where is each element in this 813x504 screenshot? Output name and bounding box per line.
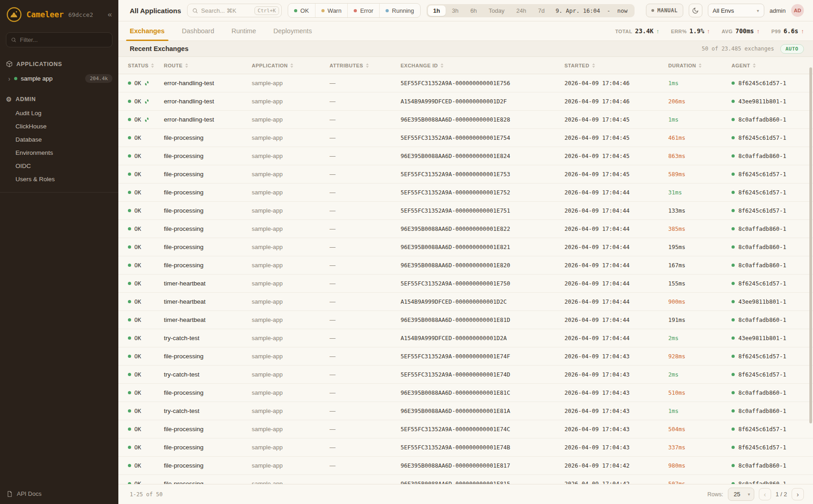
duration-cell: 507ms bbox=[668, 480, 732, 484]
tab-deployments[interactable]: Deployments bbox=[274, 21, 312, 41]
table-row[interactable]: OKfile-processingsample-app—5EF55FC31352… bbox=[118, 202, 813, 220]
tab-exchanges[interactable]: Exchanges bbox=[130, 21, 165, 41]
sidebar-item-database[interactable]: Database bbox=[0, 133, 118, 146]
table-row[interactable]: OKfile-processingsample-app—96E395B0088A… bbox=[118, 238, 813, 256]
column-header-attributes[interactable]: ATTRIBUTES bbox=[330, 63, 401, 68]
attributes-cell: — bbox=[330, 353, 401, 360]
chevron-right-icon[interactable]: › bbox=[8, 75, 10, 82]
duration-cell: 155ms bbox=[668, 280, 732, 287]
search-box[interactable]: Search... ⌘K Ctrl+K bbox=[187, 4, 282, 17]
next-page-button[interactable]: › bbox=[792, 488, 804, 500]
time-range-24h[interactable]: 24h bbox=[511, 5, 532, 16]
table-row[interactable]: OKfile-processingsample-app—96E395B0088A… bbox=[118, 384, 813, 402]
route-cell: file-processing bbox=[164, 444, 252, 451]
attributes-cell: — bbox=[330, 407, 401, 414]
tab-dashboard[interactable]: Dashboard bbox=[182, 21, 214, 41]
table-row[interactable]: OKtimer-heartbeatsample-app—A154B9A999DF… bbox=[118, 293, 813, 311]
time-range-7d[interactable]: 7d bbox=[533, 5, 550, 16]
status-filter-error[interactable]: Error bbox=[347, 4, 379, 17]
manual-refresh-button[interactable]: MANUAL bbox=[646, 4, 683, 17]
topbar-right-cluster: MANUAL All Envs ▾ admin AD bbox=[646, 4, 804, 17]
application-cell: sample-app bbox=[252, 80, 330, 87]
sidebar-item-sample-app[interactable]: › sample app 204.4k bbox=[0, 71, 118, 86]
table-row[interactable]: OKfile-processingsample-app—5EF55FC31352… bbox=[118, 165, 813, 183]
agent-name: 8c0affadb860-1 bbox=[738, 153, 786, 159]
status-filter-running[interactable]: Running bbox=[379, 4, 420, 17]
sidebar-item-audit-log[interactable]: Audit Log bbox=[0, 107, 118, 120]
status-filter-warn[interactable]: Warn bbox=[315, 4, 348, 17]
column-header-started[interactable]: STARTED bbox=[564, 63, 668, 68]
agent-name: 8c0affadb860-1 bbox=[738, 244, 786, 250]
column-header-route[interactable]: ROUTE bbox=[164, 63, 252, 68]
env-select[interactable]: All Envs ▾ bbox=[708, 4, 764, 17]
trend-up-icon: ↑ bbox=[757, 28, 759, 35]
table-row[interactable]: OKfile-processingsample-app—96E395B0088A… bbox=[118, 256, 813, 275]
scope-selector[interactable]: All Applications bbox=[130, 7, 181, 15]
table-row[interactable]: OKfile-processingsample-app—5EF55FC31352… bbox=[118, 183, 813, 202]
api-docs-link[interactable]: API Docs bbox=[0, 484, 118, 504]
table-row[interactable]: OKfile-processingsample-app—96E395B0088A… bbox=[118, 475, 813, 484]
column-header-duration[interactable]: DURATION bbox=[668, 63, 732, 68]
avatar[interactable]: AD bbox=[791, 4, 804, 17]
table-row[interactable]: OKfile-processingsample-app—5EF55FC31352… bbox=[118, 129, 813, 147]
tab-runtime[interactable]: Runtime bbox=[232, 21, 256, 41]
time-range-display[interactable]: 9. Apr. 16:04 - now bbox=[551, 7, 633, 14]
table-row[interactable]: OKtry-catch-testsample-app—96E395B0088AA… bbox=[118, 402, 813, 420]
column-header-exchange-id[interactable]: EXCHANGE ID bbox=[401, 63, 564, 68]
table-row[interactable]: OKerror-handling-testsample-app—96E395B0… bbox=[118, 111, 813, 129]
route-cell: file-processing bbox=[164, 426, 252, 433]
exchange-status-cell: OK bbox=[128, 98, 164, 105]
column-header-application[interactable]: APPLICATION bbox=[252, 63, 330, 68]
status-filter-dot-icon bbox=[321, 9, 325, 12]
dark-mode-toggle[interactable] bbox=[689, 4, 702, 17]
column-header-label: AGENT bbox=[732, 63, 750, 68]
table-row[interactable]: OKtry-catch-testsample-app—A154B9A999DFC… bbox=[118, 329, 813, 347]
attributes-cell: — bbox=[330, 98, 401, 105]
table-row[interactable]: OKfile-processingsample-app—5EF55FC31352… bbox=[118, 420, 813, 438]
prev-page-button[interactable]: ‹ bbox=[759, 488, 771, 500]
application-cell: sample-app bbox=[252, 371, 330, 378]
table-row[interactable]: OKfile-processingsample-app—96E395B0088A… bbox=[118, 220, 813, 238]
moon-icon bbox=[692, 7, 699, 14]
sort-icon bbox=[290, 63, 293, 68]
sidebar-item-users-roles[interactable]: Users & Roles bbox=[0, 173, 118, 186]
column-header-agent[interactable]: AGENT bbox=[732, 63, 813, 68]
status-label: OK bbox=[134, 153, 141, 159]
application-cell: sample-app bbox=[252, 134, 330, 141]
status-filter-ok[interactable]: OK bbox=[288, 4, 315, 17]
time-range-6h[interactable]: 6h bbox=[465, 5, 482, 16]
auto-refresh-badge[interactable]: AUTO bbox=[780, 44, 804, 54]
agent-cell: 8c0affadb860-1 bbox=[732, 244, 813, 250]
filter-input[interactable] bbox=[20, 36, 107, 43]
sidebar-collapse-icon[interactable]: « bbox=[108, 10, 112, 19]
stat-value: 700ms bbox=[736, 27, 754, 35]
sidebar-divider bbox=[0, 192, 118, 193]
time-range-today[interactable]: Today bbox=[483, 5, 510, 16]
time-range-3h[interactable]: 3h bbox=[447, 5, 464, 16]
sidebar-item-clickhouse[interactable]: ClickHouse bbox=[0, 120, 118, 133]
duration-cell: 863ms bbox=[668, 153, 732, 159]
stat-value: 1.9% bbox=[690, 27, 705, 35]
column-header-status[interactable]: STATUS bbox=[128, 63, 164, 68]
manual-label: MANUAL bbox=[657, 7, 678, 14]
table-row[interactable]: OKfile-processingsample-app—96E395B0088A… bbox=[118, 457, 813, 475]
application-cell: sample-app bbox=[252, 244, 330, 250]
time-range-1h[interactable]: 1h bbox=[428, 5, 446, 16]
agent-cell: 8c0affadb860-1 bbox=[732, 116, 813, 123]
vertical-scrollbar[interactable] bbox=[809, 67, 812, 423]
table-row[interactable]: OKerror-handling-testsample-app—A154B9A9… bbox=[118, 92, 813, 111]
table-row[interactable]: OKtimer-heartbeatsample-app—5EF55FC31352… bbox=[118, 275, 813, 293]
attributes-cell: — bbox=[330, 244, 401, 250]
table-row[interactable]: OKerror-handling-testsample-app—5EF55FC3… bbox=[118, 74, 813, 92]
table-row[interactable]: OKtimer-heartbeatsample-app—96E395B0088A… bbox=[118, 311, 813, 329]
table-row[interactable]: OKfile-processingsample-app—5EF55FC31352… bbox=[118, 347, 813, 366]
table-row[interactable]: OKtry-catch-testsample-app—5EF55FC31352A… bbox=[118, 366, 813, 384]
exchange-id-cell: 96E395B0088AA6D-000000000001E828 bbox=[401, 116, 564, 123]
sidebar-item-environments[interactable]: Environments bbox=[0, 146, 118, 159]
sidebar-filter-box[interactable] bbox=[6, 32, 112, 47]
sidebar-item-oidc[interactable]: OIDC bbox=[0, 159, 118, 173]
table-row[interactable]: OKfile-processingsample-app—5EF55FC31352… bbox=[118, 438, 813, 457]
status-label: OK bbox=[134, 134, 141, 141]
table-row[interactable]: OKfile-processingsample-app—96E395B0088A… bbox=[118, 147, 813, 165]
rows-per-page-select[interactable]: 25 ▾ bbox=[728, 488, 754, 501]
